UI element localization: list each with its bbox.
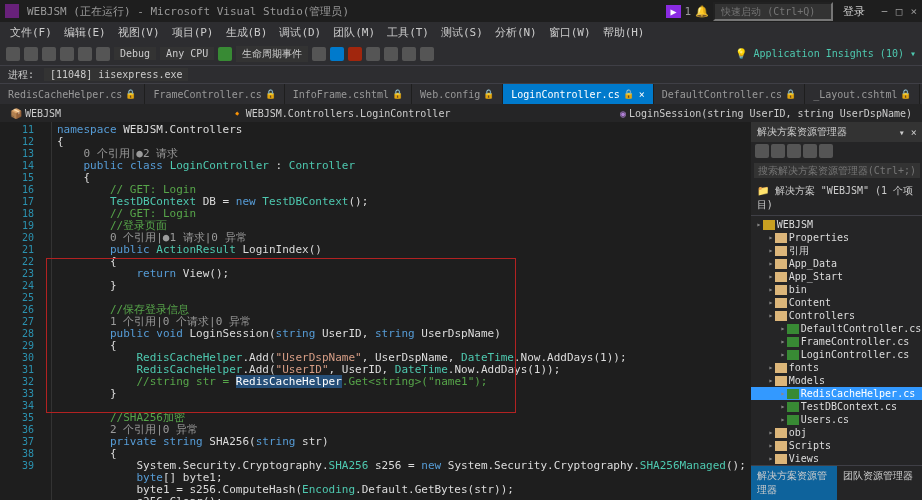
menu-bar: 文件(F) 编辑(E) 视图(V) 项目(P) 生成(B) 调试(D) 团队(M…: [0, 22, 922, 42]
fwd-icon[interactable]: [24, 47, 38, 61]
tab-solution-explorer[interactable]: 解决方案资源管理器: [751, 465, 837, 500]
breadcrumb-ns[interactable]: 🔸 WEBJSM.Controllers.LoginController: [231, 108, 451, 119]
home-icon[interactable]: [755, 144, 769, 158]
menu-view[interactable]: 视图(V): [112, 23, 166, 42]
tab-webconfig[interactable]: Web.config 🔒: [412, 84, 503, 104]
tree-item[interactable]: ▸Controllers: [751, 309, 922, 322]
notification-count[interactable]: 1: [685, 5, 692, 18]
tree-item[interactable]: ▸RedisCacheHelper.cs: [751, 387, 922, 400]
main-area: 1112131415161718192021222324252627282930…: [0, 122, 922, 500]
lock-icon: 🔒: [392, 89, 403, 99]
menu-window[interactable]: 窗口(W): [543, 23, 597, 42]
props-icon[interactable]: [819, 144, 833, 158]
step-out-icon[interactable]: [420, 47, 434, 61]
lock-icon: 🔒: [483, 89, 494, 99]
breadcrumb-asm[interactable]: 📦 WEBJSM: [10, 108, 61, 119]
toolbar: Debug Any CPU 生命周期事件 💡 Application Insig…: [0, 42, 922, 66]
flag-icon[interactable]: ▶: [666, 5, 680, 18]
tree-item[interactable]: ▸引用: [751, 244, 922, 257]
close-button[interactable]: ×: [910, 5, 917, 18]
login-link[interactable]: 登录: [843, 4, 865, 19]
show-all-icon[interactable]: [803, 144, 817, 158]
tree-item[interactable]: ▸bin: [751, 283, 922, 296]
tree-item[interactable]: ▸Models: [751, 374, 922, 387]
step-into-icon[interactable]: [384, 47, 398, 61]
lock-icon: 🔒: [265, 89, 276, 99]
menu-team[interactable]: 团队(M): [327, 23, 381, 42]
tab-defaultctrl[interactable]: DefaultController.cs 🔒: [654, 84, 805, 104]
minimize-button[interactable]: −: [881, 5, 888, 18]
tree-item[interactable]: ▸Content: [751, 296, 922, 309]
tree-item[interactable]: ▸DefaultController.cs: [751, 322, 922, 335]
lifecycle-combo[interactable]: 生命周期事件: [236, 46, 308, 62]
solution-search: [751, 160, 922, 181]
lock-icon: 🔒: [623, 89, 634, 99]
process-bar: 进程: [11048] iisexpress.exe: [0, 66, 922, 84]
code-editor[interactable]: 1112131415161718192021222324252627282930…: [0, 122, 751, 500]
menu-debug[interactable]: 调试(D): [273, 23, 327, 42]
process-combo[interactable]: [11048] iisexpress.exe: [44, 68, 188, 81]
tab-infoframe[interactable]: InfoFrame.cshtml 🔒: [285, 84, 412, 104]
line-numbers: 1112131415161718192021222324252627282930…: [0, 122, 40, 500]
solution-explorer-title: 解决方案资源管理器▾ ×: [751, 122, 922, 142]
tree-item[interactable]: ▸fonts: [751, 361, 922, 374]
menu-edit[interactable]: 编辑(E): [58, 23, 112, 42]
code-content[interactable]: namespace WEBJSM.Controllers { 0 个引用|●2 …: [52, 122, 751, 500]
breadcrumb-member[interactable]: ◉ LoginSession(string UserID, string Use…: [620, 108, 912, 119]
tree-item[interactable]: ▸FrameController.cs: [751, 335, 922, 348]
undo-icon[interactable]: [96, 47, 110, 61]
refresh-icon[interactable]: [312, 47, 326, 61]
fold-margin[interactable]: [40, 122, 52, 500]
tab-loginctrl[interactable]: LoginController.cs 🔒×: [503, 84, 653, 104]
menu-file[interactable]: 文件(F): [4, 23, 58, 42]
editor-tabs: RedisCacheHelper.cs 🔒 FrameController.cs…: [0, 84, 922, 104]
platform-combo[interactable]: Any CPU: [160, 47, 214, 60]
pause-icon[interactable]: [330, 47, 344, 61]
menu-test[interactable]: 测试(S): [435, 23, 489, 42]
save-icon[interactable]: [78, 47, 92, 61]
tab-layout[interactable]: _Layout.cshtml 🔒: [805, 84, 920, 104]
step-over-icon[interactable]: [402, 47, 416, 61]
close-icon[interactable]: ×: [639, 89, 645, 100]
continue-icon[interactable]: [218, 47, 232, 61]
tree-item[interactable]: ▸Properties: [751, 231, 922, 244]
tree-item[interactable]: ▸Scripts: [751, 439, 922, 452]
menu-help[interactable]: 帮助(H): [597, 23, 651, 42]
tab-redis[interactable]: RedisCacheHelper.cs 🔒: [0, 84, 145, 104]
menu-build[interactable]: 生成(B): [220, 23, 274, 42]
process-label: 进程:: [8, 68, 34, 82]
tree-item[interactable]: ▸App_Start: [751, 270, 922, 283]
maximize-button[interactable]: □: [896, 5, 903, 18]
notification-icon[interactable]: 🔔: [695, 5, 709, 18]
collapse-icon[interactable]: [787, 144, 801, 158]
config-combo[interactable]: Debug: [114, 47, 156, 60]
tree-item[interactable]: ▸WEBJSM: [751, 218, 922, 231]
menu-tools[interactable]: 工具(T): [381, 23, 435, 42]
lock-icon: 🔒: [125, 89, 136, 99]
refresh-icon[interactable]: [771, 144, 785, 158]
tree-item[interactable]: ▸Users.cs: [751, 413, 922, 426]
menu-project[interactable]: 项目(P): [166, 23, 220, 42]
tree-item[interactable]: ▸Views: [751, 452, 922, 465]
title-bar: WEBJSM (正在运行) - Microsoft Visual Studio(…: [0, 0, 922, 22]
back-icon[interactable]: [6, 47, 20, 61]
solution-search-input[interactable]: [754, 163, 920, 178]
tree-item[interactable]: ▸TestDBContext.cs: [751, 400, 922, 413]
app-insights-link[interactable]: 💡 Application Insights (10) ▾: [735, 48, 916, 59]
tree-item[interactable]: ▸App_Data: [751, 257, 922, 270]
tree-item[interactable]: ▸obj: [751, 426, 922, 439]
tab-framectrl[interactable]: FrameController.cs 🔒: [145, 84, 284, 104]
solution-root[interactable]: 📁 解决方案 "WEBJSM" (1 个项目): [751, 181, 922, 216]
open-icon[interactable]: [60, 47, 74, 61]
stop-icon[interactable]: [348, 47, 362, 61]
tree-item[interactable]: ▸LoginController.cs: [751, 348, 922, 361]
restart-icon[interactable]: [366, 47, 380, 61]
quick-launch-input[interactable]: [713, 2, 833, 21]
lock-icon: 🔒: [785, 89, 796, 99]
lock-icon: 🔒: [900, 89, 911, 99]
new-icon[interactable]: [42, 47, 56, 61]
vs-logo-icon: [5, 4, 19, 18]
tab-team-explorer[interactable]: 团队资源管理器: [837, 465, 922, 500]
breadcrumb: 📦 WEBJSM 🔸 WEBJSM.Controllers.LoginContr…: [0, 104, 922, 122]
menu-analyze[interactable]: 分析(N): [489, 23, 543, 42]
